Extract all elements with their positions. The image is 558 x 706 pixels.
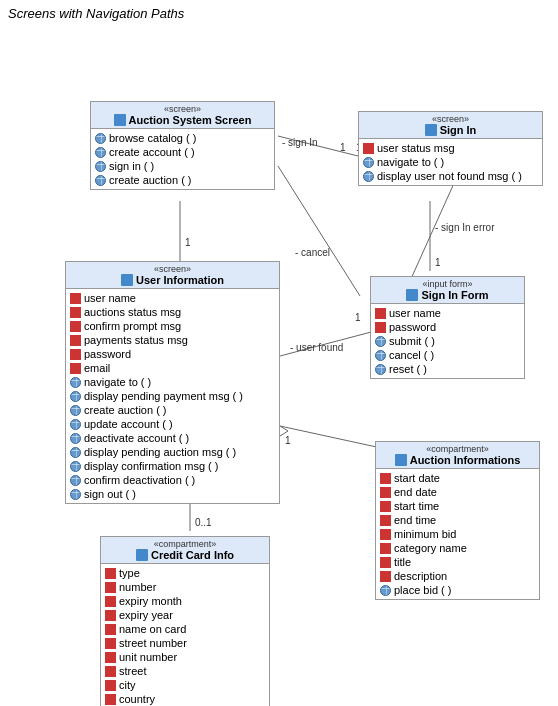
method-icon xyxy=(70,433,81,444)
list-item: end time xyxy=(380,513,535,527)
attr-icon xyxy=(105,694,116,705)
attr-icon xyxy=(380,543,391,554)
attr-icon xyxy=(380,501,391,512)
method-icon xyxy=(70,419,81,430)
attr-icon xyxy=(380,557,391,568)
list-item: cancel ( ) xyxy=(375,348,520,362)
list-item: title xyxy=(380,555,535,569)
list-item: display pending auction msg ( ) xyxy=(70,445,275,459)
method-icon xyxy=(70,391,81,402)
sign-in-form-box: «input form» Sign In Form user name pass… xyxy=(370,276,525,379)
attr-icon xyxy=(105,666,116,677)
auction-info-icon xyxy=(395,454,407,466)
attr-icon xyxy=(105,610,116,621)
svg-line-9 xyxy=(278,166,360,296)
method-icon xyxy=(95,175,106,186)
attr-icon xyxy=(105,624,116,635)
svg-text:- sign In error: - sign In error xyxy=(435,222,495,233)
method-icon xyxy=(70,405,81,416)
list-item: password xyxy=(70,347,275,361)
attr-icon xyxy=(380,487,391,498)
list-item: display confirmation msg ( ) xyxy=(70,459,275,473)
svg-line-0 xyxy=(278,136,358,156)
list-item: confirm prompt msg xyxy=(70,319,275,333)
svg-line-15 xyxy=(410,181,455,281)
attr-icon xyxy=(105,680,116,691)
svg-text:1: 1 xyxy=(185,237,191,248)
attr-icon xyxy=(375,308,386,319)
list-item: description xyxy=(380,569,535,583)
list-item: category name xyxy=(380,541,535,555)
page-title: Screens with Navigation Paths xyxy=(0,0,558,27)
form-icon xyxy=(406,289,418,301)
svg-text:- user found: - user found xyxy=(290,342,343,353)
attr-icon xyxy=(70,363,81,374)
svg-text:1: 1 xyxy=(435,257,441,268)
method-icon xyxy=(70,461,81,472)
attr-icon xyxy=(70,307,81,318)
list-item: end date xyxy=(380,485,535,499)
method-icon xyxy=(70,489,81,500)
list-item: start time xyxy=(380,499,535,513)
attr-icon xyxy=(105,568,116,579)
list-item: create auction ( ) xyxy=(95,173,270,187)
list-item: submit ( ) xyxy=(375,334,520,348)
user-info-box: «screen» User Information user name auct… xyxy=(65,261,280,504)
attr-icon xyxy=(70,349,81,360)
method-icon xyxy=(363,171,374,182)
list-item: deactivate account ( ) xyxy=(70,431,275,445)
list-item: password xyxy=(375,320,520,334)
list-item: user name xyxy=(70,291,275,305)
list-item: auctions status msg xyxy=(70,305,275,319)
auction-system-box: «screen» Auction System Screen browse ca… xyxy=(90,101,275,190)
list-item: user status msg xyxy=(363,141,538,155)
list-item: name on card xyxy=(105,622,265,636)
method-icon xyxy=(70,475,81,486)
list-item: sign out ( ) xyxy=(70,487,275,501)
attr-icon xyxy=(380,571,391,582)
svg-text:1: 1 xyxy=(355,312,361,323)
method-icon xyxy=(380,585,391,596)
list-item: sign in ( ) xyxy=(95,159,270,173)
list-item: navigate to ( ) xyxy=(70,375,275,389)
svg-text:1: 1 xyxy=(340,142,346,153)
attr-icon xyxy=(105,582,116,593)
user-info-icon xyxy=(121,274,133,286)
method-icon xyxy=(375,336,386,347)
list-item: start date xyxy=(380,471,535,485)
list-item: unit number xyxy=(105,650,265,664)
attr-icon xyxy=(363,143,374,154)
sign-in-screen-icon xyxy=(425,124,437,136)
list-item: reset ( ) xyxy=(375,362,520,376)
list-item: type xyxy=(105,566,265,580)
list-item: navigate to ( ) xyxy=(363,155,538,169)
list-item: street number xyxy=(105,636,265,650)
attr-icon xyxy=(70,293,81,304)
list-item: user name xyxy=(375,306,520,320)
method-icon xyxy=(70,447,81,458)
svg-text:1: 1 xyxy=(285,435,291,446)
list-item: display user not found msg ( ) xyxy=(363,169,538,183)
method-icon xyxy=(70,377,81,388)
list-item: browse catalog ( ) xyxy=(95,131,270,145)
list-item: email xyxy=(70,361,275,375)
svg-text:- sign In: - sign In xyxy=(282,137,318,148)
credit-card-box: «compartment» Credit Card Info type numb… xyxy=(100,536,270,706)
attr-icon xyxy=(105,638,116,649)
list-item: number xyxy=(105,580,265,594)
list-item: country xyxy=(105,692,265,706)
svg-line-11 xyxy=(280,331,375,356)
list-item: create auction ( ) xyxy=(70,403,275,417)
list-item: confirm deactivation ( ) xyxy=(70,473,275,487)
list-item: minimum bid xyxy=(380,527,535,541)
list-item: payments status msg xyxy=(70,333,275,347)
attr-icon xyxy=(375,322,386,333)
method-icon xyxy=(375,364,386,375)
method-icon xyxy=(363,157,374,168)
auction-system-icon xyxy=(114,114,126,126)
credit-card-icon xyxy=(136,549,148,561)
attr-icon xyxy=(380,529,391,540)
list-item: street xyxy=(105,664,265,678)
attr-icon xyxy=(105,652,116,663)
method-icon xyxy=(95,161,106,172)
